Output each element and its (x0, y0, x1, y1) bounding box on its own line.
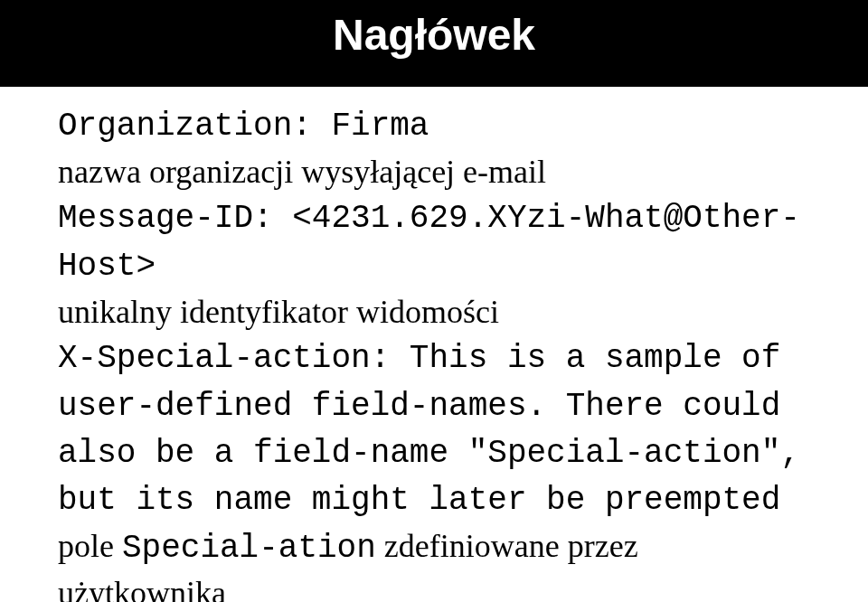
message-id-block: Message-ID: <4231.629.XYzi-What@Other-Ho… (58, 195, 814, 334)
x-special-desc-code: Special-ation (122, 530, 376, 567)
organization-header-line: Organization: Firma (58, 103, 814, 150)
organization-block: Organization: Firma nazwa organizacji wy… (58, 103, 814, 194)
page-title: Nagłówek (0, 9, 868, 61)
organization-description: nazwa organizacji wysyłającej e-mail (58, 150, 814, 194)
message-id-description: unikalny identyfikator widomości (58, 290, 814, 334)
content: Organization: Firma nazwa organizacji wy… (0, 87, 868, 602)
x-special-header-line: X-Special-action: This is a sample of us… (58, 335, 814, 524)
header-bar: Nagłówek (0, 0, 868, 87)
x-special-description: pole Special-ation zdefiniowane przez uż… (58, 524, 814, 602)
x-special-block: X-Special-action: This is a sample of us… (58, 335, 814, 602)
x-special-desc-prefix: pole (58, 528, 122, 564)
message-id-header-line: Message-ID: <4231.629.XYzi-What@Other-Ho… (58, 195, 814, 289)
